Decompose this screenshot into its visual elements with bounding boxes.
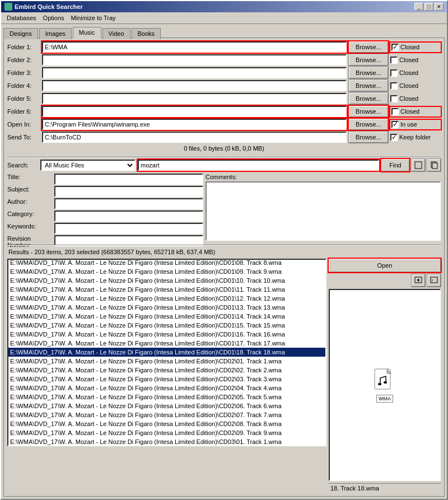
folder4-closed: Closed bbox=[390, 82, 441, 90]
folder6-browse[interactable]: Browse... bbox=[349, 106, 388, 117]
tab-designs[interactable]: Designs bbox=[3, 28, 38, 39]
open-in-input[interactable] bbox=[42, 119, 347, 130]
list-item[interactable]: E:\WMA\DVD_17\W. A. Mozart - Le Nozze Di… bbox=[8, 410, 325, 419]
subject-input[interactable] bbox=[54, 186, 203, 197]
folder1-browse[interactable]: Browse... bbox=[349, 41, 388, 53]
clear-results-button[interactable] bbox=[412, 159, 425, 171]
folder3-browse[interactable]: Browse... bbox=[349, 67, 388, 78]
close-button[interactable]: ✕ bbox=[435, 3, 444, 11]
keep-folder-checkbox[interactable] bbox=[390, 134, 398, 141]
folder3-input[interactable] bbox=[42, 67, 347, 78]
results-list[interactable]: E:\WMA\DVD_17\W. A. Mozart - Le Nozze Di… bbox=[7, 259, 326, 446]
category-input[interactable] bbox=[54, 211, 203, 222]
menu-databases[interactable]: Databases bbox=[3, 13, 40, 22]
export-icon bbox=[414, 277, 422, 284]
list-item[interactable]: E:\WMA\DVD_17\W. A. Mozart - Le Nozze Di… bbox=[8, 428, 325, 437]
folder2-closed-checkbox[interactable] bbox=[390, 57, 398, 64]
export-button[interactable] bbox=[412, 274, 425, 287]
folder5-closed-checkbox[interactable] bbox=[390, 95, 398, 102]
folder2-input[interactable] bbox=[42, 54, 347, 66]
list-item[interactable]: E:\WMA\DVD_17\W. A. Mozart - Le Nozze Di… bbox=[8, 330, 325, 339]
open-in-browse[interactable]: Browse... bbox=[349, 119, 388, 130]
list-item[interactable]: E:\WMA\DVD_17\W. A. Mozart - Le Nozze Di… bbox=[8, 339, 325, 348]
author-input[interactable] bbox=[54, 198, 203, 209]
list-item[interactable]: E:\WMA\DVD_17\W. A. Mozart - Le Nozze Di… bbox=[8, 321, 325, 330]
category-label: Category: bbox=[7, 211, 52, 222]
open-button[interactable]: Open bbox=[329, 259, 441, 272]
folder4-closed-checkbox[interactable] bbox=[390, 82, 398, 90]
list-item[interactable]: E:\WMA\DVD_17\W. A. Mozart - Le Nozze Di… bbox=[8, 259, 325, 267]
subject-label: Subject: bbox=[7, 186, 52, 197]
maximize-button[interactable]: □ bbox=[424, 3, 433, 11]
svg-text:i: i bbox=[432, 278, 433, 283]
list-item[interactable]: E:\WMA\DVD_17\W. A. Mozart - Le Nozze Di… bbox=[8, 294, 325, 303]
copy-button[interactable] bbox=[427, 159, 441, 171]
folder6-closed: Closed bbox=[390, 107, 441, 116]
folder1-input[interactable] bbox=[42, 41, 347, 53]
folder3-closed-checkbox[interactable] bbox=[390, 69, 398, 77]
clear-icon bbox=[414, 161, 422, 169]
folder6-closed-checkbox[interactable] bbox=[391, 108, 399, 115]
info-icon: i bbox=[430, 277, 438, 284]
app-icon bbox=[4, 3, 12, 11]
folder6-closed-label: Closed bbox=[400, 108, 419, 115]
find-button[interactable]: Find bbox=[381, 159, 409, 171]
window-title: Embird Quick Searcher bbox=[15, 3, 83, 10]
tab-video[interactable]: Video bbox=[102, 28, 130, 39]
wma-file-icon bbox=[374, 368, 396, 395]
search-query-input[interactable] bbox=[138, 160, 379, 171]
in-use-cell: In use bbox=[390, 120, 441, 129]
list-item[interactable]: E:\WMA\DVD_17\W. A. Mozart - Le Nozze Di… bbox=[8, 366, 325, 375]
menu-options[interactable]: Options bbox=[40, 13, 68, 22]
keywords-input[interactable] bbox=[54, 223, 203, 234]
folder2-browse[interactable]: Browse... bbox=[349, 54, 388, 66]
list-item[interactable]: E:\WMA\DVD_17\W. A. Mozart - Le Nozze Di… bbox=[8, 437, 325, 446]
send-to-input[interactable] bbox=[42, 132, 347, 143]
folder4-input[interactable] bbox=[42, 80, 347, 91]
list-item[interactable]: E:\WMA\DVD_17\W. A. Mozart - Le Nozze Di… bbox=[8, 401, 325, 410]
list-item[interactable]: E:\WMA\DVD_17\W. A. Mozart - Le Nozze Di… bbox=[8, 384, 325, 392]
results-header: Results - 203 items, 203 selected (66838… bbox=[7, 247, 441, 257]
comments-area bbox=[206, 181, 441, 241]
list-item[interactable]: E:\WMA\DVD_17\W. A. Mozart - Le Nozze Di… bbox=[8, 348, 325, 357]
folder5-label: Folder 5: bbox=[7, 95, 40, 102]
title-input[interactable] bbox=[54, 174, 203, 185]
folder5-browse[interactable]: Browse... bbox=[349, 93, 388, 104]
title-label: Title: bbox=[7, 174, 52, 185]
list-item[interactable]: E:\WMA\DVD_17\W. A. Mozart - Le Nozze Di… bbox=[8, 285, 325, 294]
list-item[interactable]: E:\WMA\DVD_17\W. A. Mozart - Le Nozze Di… bbox=[8, 303, 325, 312]
send-to-browse[interactable]: Browse... bbox=[349, 132, 388, 143]
send-to-label: Send To: bbox=[7, 134, 40, 141]
svg-marker-5 bbox=[417, 279, 420, 281]
list-item[interactable]: E:\WMA\DVD_17\W. A. Mozart - Le Nozze Di… bbox=[8, 392, 325, 401]
list-item[interactable]: E:\WMA\DVD_17\W. A. Mozart - Le Nozze Di… bbox=[8, 357, 325, 366]
list-item[interactable]: E:\WMA\DVD_17\W. A. Mozart - Le Nozze Di… bbox=[8, 419, 325, 428]
folder5-input[interactable] bbox=[42, 93, 347, 104]
info-button[interactable]: i bbox=[427, 274, 441, 287]
tab-music[interactable]: Music bbox=[73, 27, 101, 38]
search-label: Search: bbox=[7, 162, 38, 169]
list-item[interactable]: E:\WMA\DVD_17\W. A. Mozart - Le Nozze Di… bbox=[8, 267, 325, 276]
title-bar: Embird Quick Searcher _ □ ✕ bbox=[1, 1, 447, 12]
menu-minimize-to-tray[interactable]: Minimize to Tray bbox=[68, 13, 119, 22]
tab-books[interactable]: Books bbox=[132, 28, 161, 39]
folder5-closed: Closed bbox=[390, 95, 441, 102]
keep-folder-cell: Keep folder bbox=[390, 134, 441, 141]
folder4-browse[interactable]: Browse... bbox=[349, 80, 388, 91]
folder3-label: Folder 3: bbox=[7, 69, 40, 76]
folder1-closed-checkbox[interactable] bbox=[391, 44, 399, 51]
minimize-button[interactable]: _ bbox=[414, 3, 423, 11]
folder4-label: Folder 4: bbox=[7, 82, 40, 89]
tab-images[interactable]: Images bbox=[39, 28, 72, 39]
in-use-checkbox[interactable] bbox=[391, 121, 399, 128]
list-item[interactable]: E:\WMA\DVD_17\W. A. Mozart - Le Nozze Di… bbox=[8, 312, 325, 321]
list-item[interactable]: E:\WMA\DVD_17\W. A. Mozart - Le Nozze Di… bbox=[8, 375, 325, 384]
folder2-closed-label: Closed bbox=[399, 57, 418, 63]
wma-label: WMA bbox=[376, 395, 393, 403]
list-item[interactable]: E:\WMA\DVD_17\W. A. Mozart - Le Nozze Di… bbox=[8, 276, 325, 285]
main-panel: Folder 1: Browse... Closed Folder 2: Bro… bbox=[3, 38, 445, 497]
folder6-input[interactable] bbox=[42, 106, 347, 117]
svg-rect-2 bbox=[432, 163, 437, 169]
search-type-select[interactable]: All Music Files MP3 Files WMA Files OGG … bbox=[40, 160, 136, 171]
folder1-closed-label: Closed bbox=[400, 44, 419, 50]
